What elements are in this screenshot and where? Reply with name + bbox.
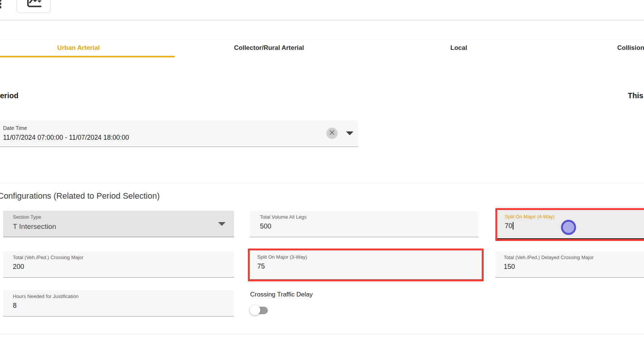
date-time-label: Date Time bbox=[0, 120, 358, 131]
tab-urban-arterial[interactable]: Urban Arterial bbox=[57, 44, 100, 52]
toolbar-divider bbox=[0, 20, 644, 20]
delayed-crossing-field[interactable]: Total (Veh./Ped.) Delayed Crossing Major… bbox=[495, 251, 644, 278]
active-tab-underline bbox=[0, 56, 175, 57]
date-time-value: 11/07/2024 07:00:00 - 11/07/2024 18:00:0… bbox=[0, 131, 358, 142]
clipped-toolbar-icon bbox=[0, 0, 3, 12]
split-3way-value: 75 bbox=[250, 260, 482, 270]
hours-justification-label: Hours Needed for Justification bbox=[3, 290, 234, 299]
hours-justification-field[interactable]: Hours Needed for Justification 8 bbox=[3, 290, 234, 316]
section-divider bbox=[0, 183, 644, 183]
total-volume-label: Total Volume All Legs bbox=[250, 211, 478, 220]
chevron-down-icon bbox=[218, 222, 226, 226]
split-3way-label: Split On Major (3-Way) bbox=[250, 250, 482, 260]
crossing-major-value: 200 bbox=[3, 260, 234, 271]
tab-collision[interactable]: Collision bbox=[617, 44, 644, 52]
date-time-clear-button[interactable] bbox=[326, 128, 338, 139]
section-type-select[interactable]: Section Type T Intersection bbox=[3, 211, 234, 237]
highlight-box-split-3way: Split On Major (3-Way) 75 bbox=[248, 249, 484, 281]
date-time-dropdown-caret-icon[interactable] bbox=[346, 131, 354, 135]
crossing-traffic-delay-label: Crossing Traffic Delay bbox=[250, 291, 313, 298]
total-volume-field[interactable]: Total Volume All Legs 500 bbox=[250, 211, 478, 237]
config-section-heading: Configurations (Related to Period Select… bbox=[0, 191, 160, 201]
hours-justification-value: 8 bbox=[3, 299, 234, 310]
crossing-major-field[interactable]: Total (Veh./Ped.) Crossing Major 200 bbox=[3, 251, 234, 278]
period-heading-right: This bbox=[628, 91, 643, 100]
tabbar-divider bbox=[0, 39, 644, 40]
tab-collector-rural-arterial[interactable]: Collector/Rural Arterial bbox=[234, 44, 304, 52]
split-4way-label: Split On Major (4-Way) bbox=[497, 210, 644, 219]
line-chart-icon bbox=[25, 0, 42, 11]
close-icon bbox=[329, 130, 335, 137]
delayed-crossing-label: Total (Veh./Ped.) Delayed Crossing Major bbox=[495, 251, 644, 260]
total-volume-value: 500 bbox=[250, 220, 478, 230]
section-type-value: T Intersection bbox=[3, 220, 234, 231]
bottom-divider bbox=[0, 334, 644, 334]
toggle-thumb bbox=[250, 305, 260, 315]
app-screen: Urban Arterial Collector/Rural Arterial … bbox=[0, 0, 644, 352]
crossing-major-label: Total (Veh./Ped.) Crossing Major bbox=[3, 251, 234, 260]
section-type-label: Section Type bbox=[3, 211, 234, 220]
text-cursor bbox=[513, 222, 513, 230]
click-indicator bbox=[561, 220, 576, 235]
chart-options-button[interactable] bbox=[17, 0, 51, 13]
period-heading-left: eriod bbox=[0, 91, 18, 100]
split-3way-field[interactable]: Split On Major (3-Way) 75 bbox=[250, 250, 482, 279]
date-time-field[interactable]: Date Time 11/07/2024 07:00:00 - 11/07/20… bbox=[0, 120, 358, 147]
crossing-traffic-delay-toggle[interactable] bbox=[250, 304, 269, 316]
tab-local[interactable]: Local bbox=[450, 44, 467, 52]
delayed-crossing-value: 150 bbox=[495, 260, 644, 271]
